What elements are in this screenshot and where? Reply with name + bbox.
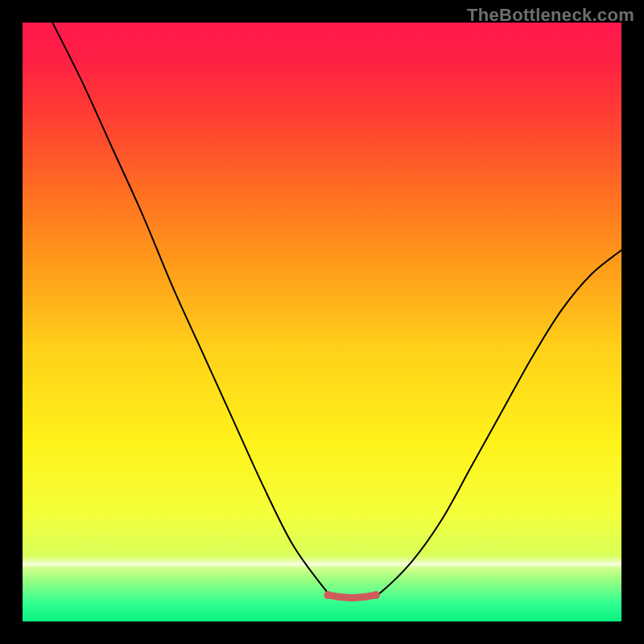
trough-dot-left bbox=[324, 591, 332, 599]
bottleneck-curve bbox=[52, 23, 621, 598]
plot-area bbox=[23, 23, 621, 621]
curve-layer bbox=[23, 23, 621, 621]
trough-marker bbox=[328, 595, 376, 598]
chart-canvas: TheBottleneck.com bbox=[0, 0, 644, 644]
trough-dot-right bbox=[372, 591, 380, 599]
